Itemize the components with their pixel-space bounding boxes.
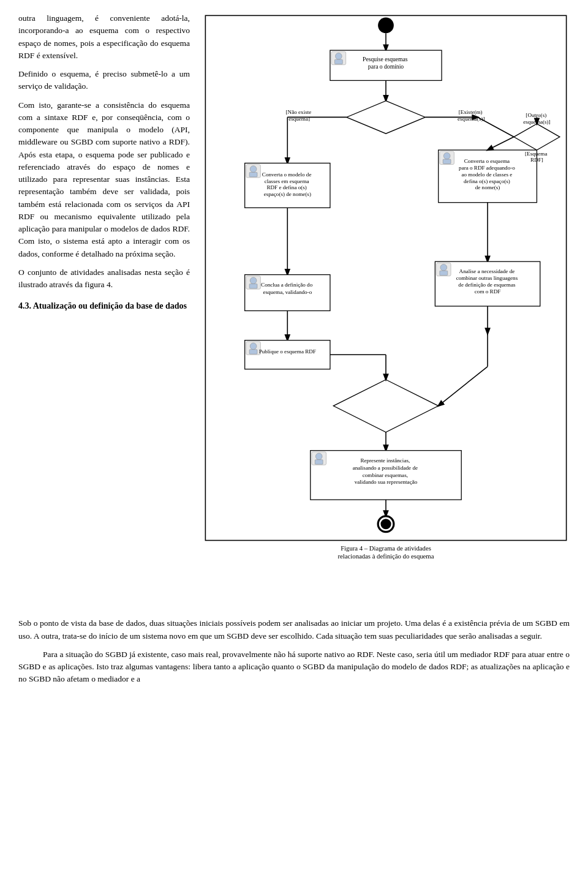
diagram-container: Pesquise esquemas para o domínio [Não ex… bbox=[202, 12, 570, 605]
converta-modelo-text: Converta o modelo de classes em esquema … bbox=[262, 171, 313, 197]
figure-caption-2: relacionadas à definição do esquema bbox=[338, 552, 434, 560]
start-node bbox=[378, 18, 394, 34]
svg-point-27 bbox=[250, 343, 257, 350]
figure-caption-1: Figura 4 – Diagrama de atividades bbox=[341, 544, 431, 552]
left-column: outra linguagem, é conveniente adotá-la,… bbox=[18, 12, 190, 605]
flowchart-svg: Pesquise esquemas para o domínio [Não ex… bbox=[202, 12, 570, 603]
section-heading: 4.3. Atualização ou definição da base de… bbox=[18, 299, 190, 312]
label-existe: [Existe(m) esquema(s)] bbox=[458, 109, 484, 122]
svg-rect-13 bbox=[443, 159, 451, 163]
left-para2: Definido o esquema, é preciso submetê-lo… bbox=[18, 68, 190, 93]
left-para4: O conjunto de atividades analisadas nest… bbox=[18, 266, 190, 291]
svg-point-23 bbox=[440, 264, 447, 271]
bottom-para2: Para a situação do SGBD já existente, ca… bbox=[18, 648, 570, 686]
svg-rect-37 bbox=[315, 460, 323, 465]
svg-point-12 bbox=[443, 152, 450, 159]
svg-point-2 bbox=[336, 53, 342, 59]
bottom-para1: Sob o ponto de vista da base de dados, d… bbox=[18, 617, 570, 642]
svg-line-33 bbox=[439, 367, 488, 406]
label-nao-existe: [Não existe esquema] bbox=[286, 109, 313, 122]
svg-rect-21 bbox=[249, 284, 257, 288]
outro-diamond bbox=[514, 124, 560, 150]
svg-rect-28 bbox=[249, 350, 257, 355]
svg-rect-10 bbox=[249, 172, 257, 176]
pesquise-text: Pesquise esquemas para o domínio bbox=[363, 56, 409, 70]
svg-line-16 bbox=[488, 137, 514, 150]
left-para3: Com isto, garante-se a consistência do e… bbox=[18, 99, 190, 260]
svg-rect-3 bbox=[334, 59, 342, 64]
right-column: Pesquise esquemas para o domínio [Não ex… bbox=[202, 12, 570, 605]
svg-line-15 bbox=[478, 117, 514, 137]
conclua-text: Conclua a definição do esquema, validand… bbox=[261, 282, 314, 295]
svg-rect-24 bbox=[440, 271, 448, 275]
represente-text: Represente instâncias, analisando a poss… bbox=[353, 457, 420, 485]
svg-point-36 bbox=[315, 453, 322, 460]
bottom-section: Sob o ponto de vista da base de dados, d… bbox=[0, 617, 588, 704]
publique-text: Publique o esquema RDF bbox=[259, 348, 316, 355]
end-node-inner bbox=[380, 519, 391, 529]
decision1-diamond bbox=[347, 101, 426, 134]
page-content: outra linguagem, é conveniente adotá-la,… bbox=[0, 0, 588, 617]
left-para1: outra linguagem, é conveniente adotá-la,… bbox=[18, 12, 190, 62]
svg-point-20 bbox=[250, 277, 257, 284]
svg-point-9 bbox=[250, 166, 257, 173]
merge-diamond bbox=[333, 380, 438, 432]
